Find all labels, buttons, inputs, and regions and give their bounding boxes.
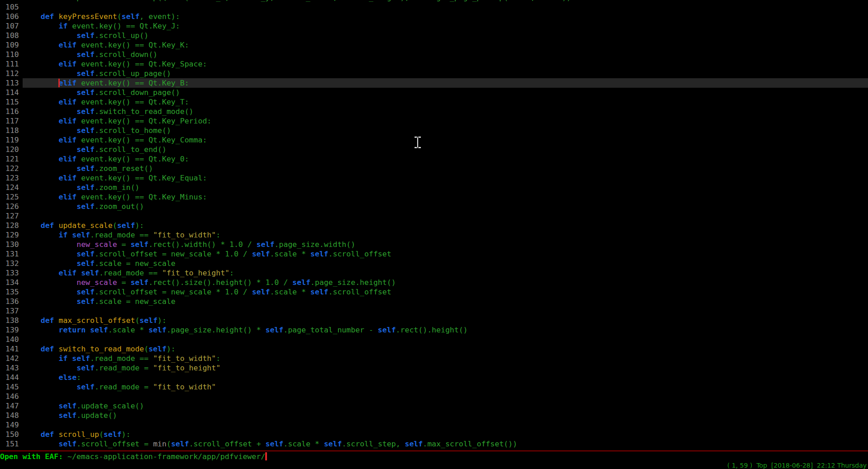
code-token: ( [167,440,171,448]
code-text[interactable]: self.scroll_to_end() [23,145,868,154]
code-text[interactable]: self.update() [23,411,868,420]
minibuffer-input-value[interactable]: ~/emacs-application-framework/app/pdfvie… [67,452,265,461]
code-token [67,354,72,363]
code-text[interactable]: self.scroll_down_page() [23,88,868,97]
line-number: 114 [0,88,23,97]
code-text[interactable]: self.scroll_to_home() [23,126,868,135]
code-token: ( [117,12,122,21]
code-line-125: 125 elif event.key() == Qt.Key_Minus: [0,192,868,202]
code-text[interactable]: self.zoom_in() [23,183,868,192]
code-text[interactable]: self.read_mode = "fit_to_width" [23,382,868,392]
code-token [23,440,58,448]
line-number: 110 [0,50,23,59]
code-text[interactable]: self.switch_to_read_mode() [23,107,868,116]
code-token [23,411,58,420]
code-line-144: 144 else: [0,373,868,382]
line-number: 122 [0,164,23,173]
code-text[interactable]: return self.scale * self.page_size.heigh… [23,325,868,335]
code-token [23,117,58,125]
code-text[interactable]: self.scroll_up() [23,31,868,40]
line-number: 141 [0,344,23,354]
code-text[interactable]: elif event.key() == Qt.Key_K: [23,40,868,50]
line-number: 113 [0,78,23,88]
code-token: new_scale [76,240,117,249]
code-text[interactable]: new_scale = self.rect().width() * 1.0 / … [23,240,868,249]
code-token [23,202,76,211]
code-text[interactable]: def keyPressEvent(self, event): [23,12,868,21]
code-text[interactable] [23,211,868,221]
code-token: ): [157,316,167,325]
code-text[interactable]: elif event.key() == Qt.Key_Comma: [23,135,868,145]
code-text[interactable] [23,306,868,316]
code-text[interactable]: def max_scroll_offset(self): [23,316,868,325]
line-number: 121 [0,154,23,164]
code-text[interactable]: self.scroll_up_page() [23,69,868,78]
code-token [23,145,76,154]
code-text[interactable] [23,2,868,12]
code-text[interactable]: self.scale = new_scale [23,297,868,306]
code-text[interactable]: self.scale = new_scale [23,259,868,268]
code-token [23,22,58,30]
code-token: ( [99,430,104,439]
code-text[interactable]: if event.key() == Qt.Key_J: [23,21,868,31]
code-text[interactable]: new_scale = self.rect().size().height() … [23,278,868,287]
code-text[interactable]: self.zoom_out() [23,202,868,211]
code-text[interactable]: else: [23,373,868,382]
code-token: ( [135,316,139,325]
line-number: 145 [0,382,23,392]
code-text[interactable] [23,335,868,344]
code-token [23,41,58,49]
code-token: self [76,202,95,211]
code-token [86,326,90,334]
code-token: self [76,50,95,59]
code-token: .scroll_up_page() [95,69,171,78]
code-token: .scroll_up() [95,31,148,40]
code-text[interactable]: elif event.key() == Qt.Key_Space: [23,59,868,69]
code-token [23,297,76,306]
code-text[interactable]: self.scroll_offset = new_scale * 1.0 / s… [23,249,868,259]
code-text[interactable]: self.zoom_reset() [23,164,868,173]
code-text[interactable]: def switch_to_read_mode(self): [23,344,868,354]
code-text[interactable]: if self.read_mode == "fit_to_width": [23,230,868,240]
code-line-127: 127 [0,211,868,221]
code-text[interactable] [23,392,868,401]
code-text[interactable] [23,420,868,430]
code-text[interactable]: self.scroll_down() [23,50,868,59]
code-token: self [72,231,90,239]
line-number: 136 [0,297,23,306]
code-text[interactable]: elif event.key() == Qt.Key_Minus: [23,192,868,202]
code-text[interactable]: if self.read_mode == "fit_to_width": [23,354,868,363]
code-text[interactable]: elif event.key() == Qt.Key_Period: [23,116,868,126]
code-text[interactable]: def scroll_up(self): [23,430,868,439]
code-text[interactable]: def update_scale(self): [23,221,868,230]
code-token: elif [58,269,76,277]
code-text[interactable]: elif self.read_mode == "fit_to_height": [23,268,868,278]
code-text[interactable]: self.read_mode = "fit_to_height" [23,363,868,373]
code-token: def [41,221,54,230]
code-text[interactable]: elif event.key() == Qt.Key_Equal: [23,173,868,183]
code-token: .scroll_offset = [76,440,153,448]
code-token: .read_mode == [99,269,162,277]
emacs-frame: { "colors": { "background": "#000000", "… [0,0,868,469]
code-token: .page_size.height() [310,278,396,287]
code-text[interactable]: self.update_scale() [23,401,868,411]
code-line-140: 140 [0,335,868,344]
code-token: self [58,411,76,420]
code-token: self [148,345,167,353]
code-text[interactable]: elif event.key() == Qt.Key_T: [23,97,868,107]
code-token: self [148,326,167,334]
code-buffer[interactable]: 104 painter.drawPixmap(QRect(render_x, r… [0,0,868,449]
code-token: self [252,250,270,258]
code-token: self [117,221,135,230]
code-token: .scale * [283,440,324,448]
code-text[interactable]: elif event.key() == Qt.Key_B: [23,78,868,88]
code-token: : [216,354,220,363]
code-text[interactable]: self.scroll_offset = min(self.scroll_off… [23,439,868,449]
code-text[interactable]: self.scroll_offset = new_scale * 1.0 / s… [23,287,868,297]
line-number: 135 [0,287,23,297]
code-text[interactable]: elif event.key() == Qt.Key_0: [23,154,868,164]
code-token: self [76,88,95,97]
minibuffer[interactable]: Open with EAF: ~/emacs-application-frame… [0,452,868,461]
code-token [23,250,76,258]
ibeam-cursor-icon [413,136,422,151]
